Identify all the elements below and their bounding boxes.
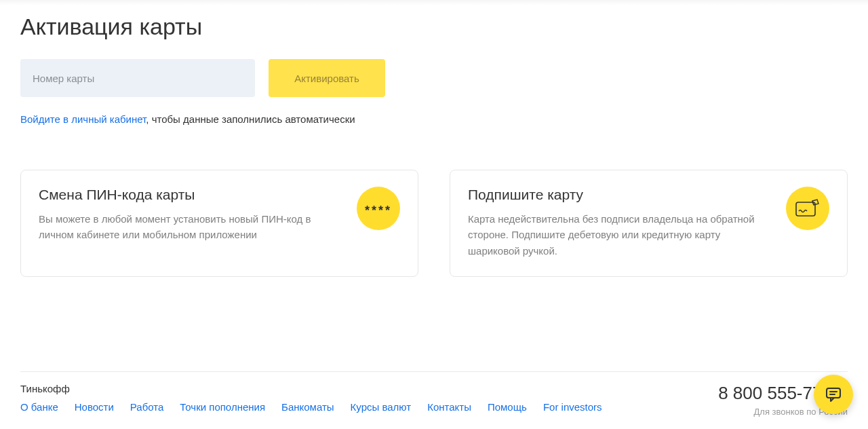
footer-row: Тинькофф О банке Новости Работа Точки по… bbox=[20, 383, 848, 417]
activate-button[interactable]: Активировать bbox=[269, 59, 385, 97]
sign-card-icon bbox=[786, 187, 829, 230]
footer-link-help[interactable]: Помощь bbox=[488, 401, 527, 413]
footer-link-rates[interactable]: Курсы валют bbox=[351, 401, 412, 413]
footer-link-news[interactable]: Новости bbox=[75, 401, 114, 413]
pin-change-card: Смена ПИН-кода карты Вы можете в любой м… bbox=[20, 170, 418, 277]
sign-card-desc: Карта недействительна без подписи владел… bbox=[468, 211, 774, 259]
pin-change-text: Смена ПИН-кода карты Вы можете в любой м… bbox=[39, 187, 344, 243]
footer-link-atms[interactable]: Банкоматы bbox=[281, 401, 334, 413]
pin-icon: **** bbox=[357, 187, 400, 230]
footer: Тинькофф О банке Новости Работа Точки по… bbox=[0, 371, 868, 417]
login-hint: Войдите в личный кабинет, чтобы данные з… bbox=[20, 113, 848, 125]
svg-line-1 bbox=[812, 201, 814, 205]
top-shadow bbox=[0, 0, 868, 5]
footer-brand: Тинькофф bbox=[20, 383, 602, 394]
sign-card-card: Подпишите карту Карта недействительна бе… bbox=[450, 170, 848, 277]
svg-rect-0 bbox=[796, 202, 815, 216]
login-hint-rest: , чтобы данные заполнились автоматически bbox=[146, 113, 355, 125]
page-title: Активация карты bbox=[20, 14, 848, 40]
footer-left: Тинькофф О банке Новости Работа Точки по… bbox=[20, 383, 602, 413]
footer-link-investors[interactable]: For investors bbox=[543, 401, 602, 413]
footer-nav: О банке Новости Работа Точки пополнения … bbox=[20, 401, 602, 413]
pin-change-title: Смена ПИН-кода карты bbox=[39, 187, 344, 203]
sign-card-text: Подпишите карту Карта недействительна бе… bbox=[468, 187, 774, 259]
main-container: Активация карты Активировать Войдите в л… bbox=[0, 0, 868, 277]
footer-link-topup[interactable]: Точки пополнения bbox=[180, 401, 265, 413]
card-number-input[interactable] bbox=[20, 59, 255, 97]
pin-stars-icon: **** bbox=[365, 204, 392, 218]
footer-divider bbox=[20, 371, 848, 372]
chat-icon bbox=[825, 386, 842, 403]
svg-rect-2 bbox=[827, 388, 840, 398]
footer-link-about[interactable]: О банке bbox=[20, 401, 58, 413]
chat-button[interactable] bbox=[814, 375, 853, 414]
login-link[interactable]: Войдите в личный кабинет bbox=[20, 113, 146, 125]
activation-form: Активировать bbox=[20, 59, 848, 97]
info-cards-row: Смена ПИН-кода карты Вы можете в любой м… bbox=[20, 170, 848, 277]
card-sign-icon bbox=[795, 199, 820, 218]
pin-change-desc: Вы можете в любой момент установить новы… bbox=[39, 211, 344, 243]
footer-link-contacts[interactable]: Контакты bbox=[427, 401, 471, 413]
sign-card-title: Подпишите карту bbox=[468, 187, 774, 203]
footer-link-jobs[interactable]: Работа bbox=[130, 401, 164, 413]
